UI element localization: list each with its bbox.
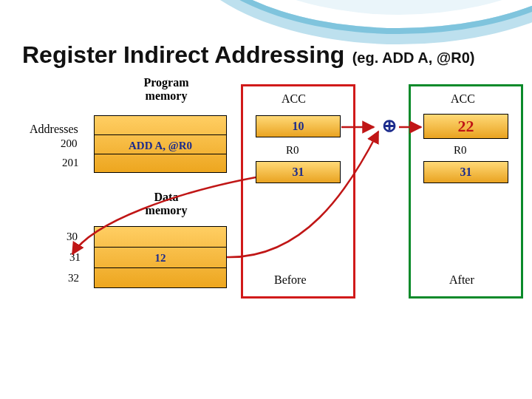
after-footer: After: [449, 273, 474, 287]
dm-addr-31: 31: [69, 251, 81, 264]
after-reg-value: 31: [423, 161, 508, 183]
data-memory-box: 12: [94, 226, 227, 288]
title-main: Register Indirect Addressing: [22, 41, 344, 68]
pm-row-201: [95, 154, 226, 174]
title-example: (eg. ADD A, @R0): [352, 50, 475, 66]
addresses-label: Addresses: [30, 123, 78, 136]
dm-row-30: [95, 227, 226, 248]
after-reg-label: R0: [454, 144, 467, 157]
pm-addr-200: 200: [61, 137, 78, 150]
dm-row-31: 12: [95, 248, 226, 268]
dm-addr-32: 32: [68, 272, 79, 284]
before-acc-label: ACC: [282, 92, 306, 106]
after-acc-label: ACC: [451, 92, 475, 106]
pm-row-blank: [95, 116, 226, 135]
page-title: Register Indirect Addressing (eg. ADD A,…: [22, 41, 475, 69]
plus-icon: ⊕: [380, 117, 399, 136]
dm-row-32: [95, 268, 226, 289]
data-memory-heading: Data memory: [129, 191, 203, 217]
before-reg-value: 31: [256, 161, 341, 183]
dm-addr-30: 30: [66, 231, 78, 243]
program-memory-box: ADD A, @R0: [94, 115, 227, 173]
program-memory-heading: Program memory: [129, 76, 203, 103]
after-acc-value: 22: [423, 114, 508, 139]
before-reg-label: R0: [286, 144, 299, 157]
pm-row-200: ADD A, @R0: [95, 135, 226, 154]
bg-swoosh-ring: [170, 0, 532, 44]
before-footer: Before: [274, 273, 307, 287]
before-acc-value: 10: [256, 115, 341, 137]
pm-addr-201: 201: [62, 157, 79, 169]
